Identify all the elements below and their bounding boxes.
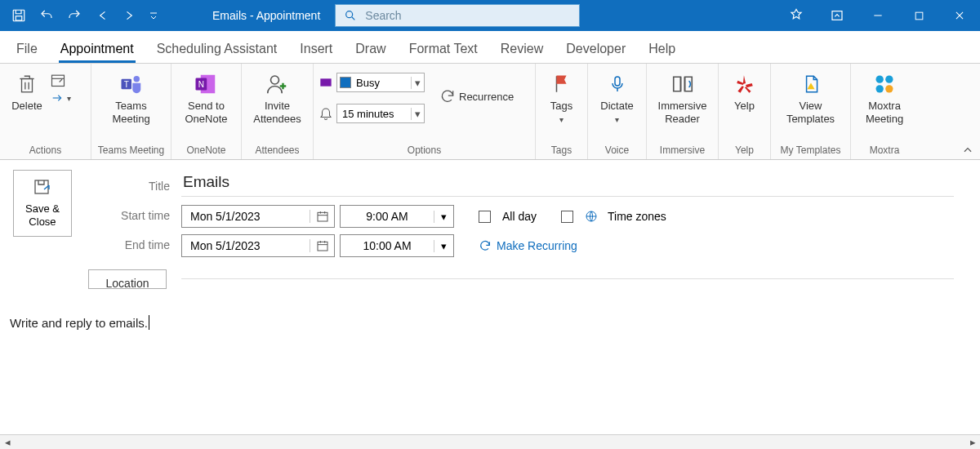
svg-point-2 [346, 11, 353, 18]
chevron-down-icon: ▾ [411, 108, 424, 120]
horizontal-scrollbar[interactable]: ◂ ▸ [0, 434, 980, 449]
time-zones-checkbox[interactable] [561, 211, 573, 223]
moxtra-meeting-button[interactable]: Moxtra Meeting [859, 67, 910, 125]
group-yelp: Yelp Yelp [719, 64, 771, 159]
search-placeholder: Search [365, 9, 401, 22]
tab-insert[interactable]: Insert [298, 35, 334, 63]
chevron-down-icon: ▾ [559, 115, 564, 124]
scroll-left-icon[interactable]: ◂ [0, 436, 15, 448]
window-title: Emails - Appointment [212, 9, 320, 22]
svg-rect-23 [318, 242, 327, 251]
close-icon[interactable] [939, 0, 980, 31]
save-icon[interactable] [5, 0, 33, 31]
undo-icon[interactable] [33, 0, 60, 31]
tab-draw[interactable]: Draw [354, 35, 387, 63]
group-options: Busy ▾ 15 minutes ▾ [314, 64, 536, 159]
microphone-icon [608, 70, 627, 98]
yelp-button[interactable]: Yelp [723, 67, 767, 113]
dictate-button[interactable]: Dictate▾ [594, 67, 639, 125]
maximize-icon[interactable] [898, 0, 939, 31]
tab-developer[interactable]: Developer [564, 35, 627, 63]
search-box[interactable]: Search [335, 4, 580, 27]
body-editor[interactable]: Write and reply to emails. [0, 299, 980, 346]
ribbon-tabs: File Appointment Scheduling Assistant In… [0, 31, 980, 64]
invite-attendees-button[interactable]: Invite Attendees [247, 67, 308, 125]
svg-point-19 [885, 85, 893, 92]
next-item-icon[interactable] [116, 0, 144, 31]
tab-scheduling-assistant[interactable]: Scheduling Assistant [155, 35, 279, 63]
view-templates-button[interactable]: View Templates [780, 67, 841, 125]
reminder-icon [318, 106, 333, 121]
customize-qat-icon[interactable] [144, 0, 163, 31]
chevron-down-icon[interactable]: ▾ [434, 240, 453, 252]
field-labels: Title Start time End time Location [88, 170, 170, 289]
title-input[interactable]: Emails [181, 170, 949, 194]
tags-button[interactable]: Tags▾ [540, 67, 584, 125]
flag-icon [551, 70, 572, 98]
templates-icon [800, 70, 822, 98]
send-to-onenote-button[interactable]: N Send to OneNote [178, 67, 234, 125]
divider [181, 278, 954, 279]
recurrence-icon [479, 239, 492, 252]
svg-point-16 [876, 76, 884, 83]
location-button[interactable]: Location [88, 269, 167, 289]
window-controls [776, 0, 980, 31]
group-templates: View Templates My Templates [771, 64, 851, 159]
calendar-icon[interactable] [310, 210, 334, 223]
trash-icon [16, 70, 38, 98]
svg-rect-14 [320, 78, 331, 86]
delete-button[interactable]: Delete [5, 67, 49, 113]
moxtra-icon [873, 70, 896, 98]
chevron-down-icon: ▾ [615, 115, 619, 124]
all-day-checkbox[interactable] [479, 211, 491, 223]
teams-icon: T [119, 70, 144, 98]
collapse-ribbon-icon[interactable] [962, 144, 973, 156]
svg-rect-15 [615, 77, 620, 86]
end-date-input[interactable]: Mon 5/1/2023 [181, 234, 335, 257]
save-close-icon [32, 178, 53, 198]
previous-item-icon[interactable] [88, 0, 116, 31]
invite-attendees-icon [265, 70, 289, 98]
group-attendees: Invite Attendees Attendees [242, 64, 314, 159]
immersive-reader-button[interactable]: Immersive Reader [652, 67, 713, 125]
show-as-combo[interactable]: Busy ▾ [336, 73, 425, 92]
divider [181, 196, 954, 197]
start-date-input[interactable]: Mon 5/1/2023 [181, 205, 335, 228]
recurrence-button[interactable]: Recurrence [433, 72, 520, 104]
busy-swatch-icon [340, 77, 351, 88]
scroll-right-icon[interactable]: ▸ [965, 436, 980, 448]
svg-rect-21 [318, 212, 327, 221]
group-voice: Dictate▾ Voice [588, 64, 647, 159]
body-text: Write and reply to emails. [10, 316, 149, 330]
end-time-input[interactable]: 10:00 AM ▾ [340, 234, 454, 257]
tab-help[interactable]: Help [647, 35, 677, 63]
reminder-combo[interactable]: 15 minutes ▾ [336, 104, 425, 123]
teams-meeting-button[interactable]: T Teams Meeting [105, 67, 156, 125]
all-day-label: All day [502, 210, 537, 223]
ribbon-display-icon[interactable] [817, 0, 858, 31]
redo-icon[interactable] [60, 0, 88, 31]
forward-small-icon[interactable]: ▾ [49, 91, 71, 104]
svg-text:N: N [198, 80, 204, 89]
make-recurring-link[interactable]: Make Recurring [479, 239, 577, 252]
tab-format-text[interactable]: Format Text [408, 35, 479, 63]
svg-rect-1 [16, 16, 22, 20]
svg-point-18 [876, 85, 884, 92]
tab-review[interactable]: Review [499, 35, 545, 63]
group-moxtra: Moxtra Meeting Moxtra [851, 64, 918, 159]
show-as-icon [318, 76, 333, 89]
label-start-time: Start time [88, 206, 170, 225]
chevron-down-icon: ▾ [411, 77, 424, 89]
coming-soon-icon[interactable] [776, 0, 817, 31]
group-tags: Tags▾ Tags [536, 64, 588, 159]
group-actions: Delete ▾ Actions [0, 64, 91, 159]
save-and-close-button[interactable]: Save & Close [13, 170, 72, 237]
tab-file[interactable]: File [15, 35, 39, 63]
start-time-input[interactable]: 9:00 AM ▾ [340, 205, 454, 228]
calendar-icon[interactable] [310, 239, 334, 252]
time-zones-label: Time zones [608, 210, 666, 223]
minimize-icon[interactable] [858, 0, 898, 31]
chevron-down-icon[interactable]: ▾ [434, 211, 453, 223]
tab-appointment[interactable]: Appointment [59, 35, 136, 63]
calendar-small-icon[interactable] [49, 72, 71, 88]
